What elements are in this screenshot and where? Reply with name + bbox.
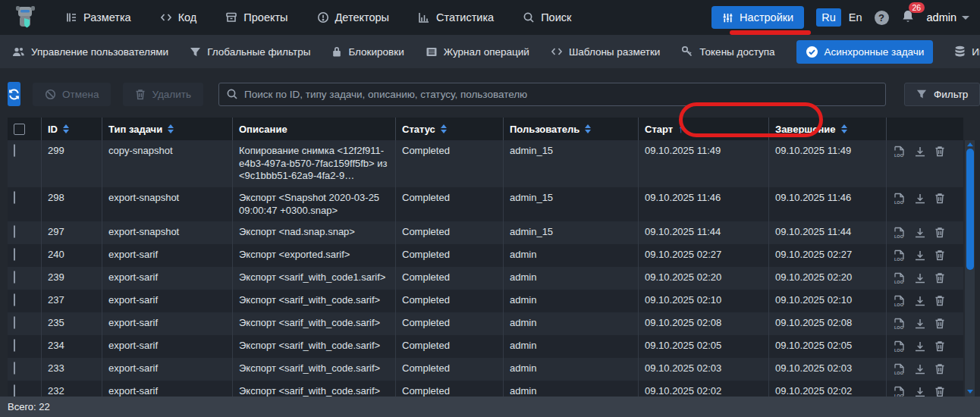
row-checkbox[interactable] [14,339,15,352]
row-checkbox[interactable] [14,225,15,238]
subnav-item-global-filters[interactable]: Глобальные фильтры [190,46,310,58]
cell-select[interactable] [8,267,42,290]
subnav-item-markup-templates[interactable]: Шаблоны разметки [551,45,660,58]
settings-button[interactable]: Настройки [711,6,804,29]
view-log-button[interactable]: LOG [893,386,906,397]
delete-row-button[interactable] [934,318,945,329]
table-row[interactable]: 297 export-snapshot Экспорт <nad.snap.sn… [8,221,963,244]
download-button[interactable] [914,249,926,262]
delete-row-button[interactable] [934,146,945,157]
sort-icon[interactable] [63,124,69,133]
scroll-up-icon[interactable] [967,143,973,146]
download-button[interactable] [914,227,926,239]
table-row[interactable]: 233 export-sarif Экспорт <sarif_with_cod… [8,358,963,381]
table-row[interactable]: 235 export-sarif Экспорт <sarif_with_cod… [8,312,963,335]
view-log-button[interactable]: LOG [893,146,906,158]
download-button[interactable] [914,193,926,205]
row-checkbox[interactable] [14,191,15,204]
header-start[interactable]: Старт↑ [639,118,769,140]
download-button[interactable] [914,272,926,284]
cell-select[interactable] [8,244,42,267]
subnav-item-locks[interactable]: Блокировки [331,45,404,58]
scrollbar-thumb[interactable] [966,149,974,270]
header-select-all[interactable] [8,118,42,140]
header-user[interactable]: Пользователь [504,118,639,140]
table-row[interactable]: 237 export-sarif Экспорт <sarif_with_cod… [8,290,963,312]
delete-row-button[interactable] [934,386,945,397]
download-button[interactable] [914,340,926,353]
table-row[interactable]: 240 export-sarif Экспорт <exported.sarif… [8,244,963,267]
sort-icon[interactable] [441,124,447,133]
cell-select[interactable] [8,221,42,244]
row-checkbox[interactable] [14,271,15,284]
subnav-item-operations-log[interactable]: Журнал операций [426,46,529,58]
vertical-scrollbar[interactable] [965,140,975,397]
view-log-button[interactable]: LOG [893,227,906,240]
search-input[interactable] [244,89,878,100]
view-log-button[interactable]: LOG [893,318,906,331]
sort-icon[interactable] [585,124,591,133]
header-finish[interactable]: Завершение [769,118,887,140]
download-button[interactable] [914,318,926,330]
download-button[interactable] [914,386,926,397]
delete-task-button[interactable]: Удалить [123,83,203,106]
row-checkbox[interactable] [14,248,15,261]
view-log-button[interactable]: LOG [893,295,906,308]
table-row[interactable]: 299 copy-snapshot Копирование снимка <12… [8,140,963,187]
notifications-button[interactable]: 26 [901,9,915,27]
row-checkbox[interactable] [14,316,15,329]
view-log-button[interactable]: LOG [893,340,906,353]
table-row[interactable]: 232 export-sarif Экспорт <sarif_with_cod… [8,381,963,397]
header-id[interactable]: ID [42,118,102,140]
user-menu[interactable]: admin [927,11,970,24]
row-checkbox[interactable] [14,144,15,157]
cell-select[interactable] [8,290,42,312]
view-log-button[interactable]: LOG [893,363,906,376]
nav-item-detektory[interactable]: Детекторы [317,11,389,24]
nav-item-statistika[interactable]: Статистика [418,11,494,24]
table-row[interactable]: 239 export-sarif Экспорт <sarif_with_cod… [8,267,963,290]
subnav-item-server-info[interactable]: Информация о сервере [954,45,980,58]
lang-en-button[interactable]: En [849,11,862,24]
nav-item-poisk[interactable]: Поиск [523,11,571,24]
help-icon[interactable]: ? [875,11,889,25]
nav-item-razmetka[interactable]: Разметка [65,11,131,24]
filter-button[interactable]: Фильтр [904,83,980,106]
subnav-item-async-tasks[interactable]: Асинхронные задачи [796,40,934,64]
sort-icon[interactable] [168,124,174,133]
view-log-button[interactable]: LOG [893,249,906,262]
delete-row-button[interactable] [934,340,945,352]
download-button[interactable] [914,363,926,375]
row-checkbox[interactable] [14,293,15,306]
delete-row-button[interactable] [934,363,945,375]
task-search[interactable] [218,83,886,106]
cell-select[interactable] [8,140,42,187]
cancel-task-button[interactable]: Отмена [33,83,111,106]
subnav-item-users[interactable]: Управление пользователями [12,46,168,58]
delete-row-button[interactable] [934,249,945,261]
table-row[interactable]: 298 export-snapshot Экспорт <Snapshot 20… [8,187,963,221]
app-logo-icon[interactable] [11,2,41,33]
view-log-button[interactable]: LOG [893,193,906,205]
select-all-checkbox[interactable] [14,124,25,135]
cell-select[interactable] [8,358,42,381]
delete-row-button[interactable] [934,272,945,284]
lang-ru-button[interactable]: Ru [816,8,841,27]
scroll-down-icon[interactable] [967,390,973,393]
refresh-button[interactable] [8,82,20,106]
nav-item-kod[interactable]: Код [160,11,197,24]
header-type[interactable]: Тип задачи [102,118,233,140]
delete-row-button[interactable] [934,295,945,306]
sort-icon[interactable] [841,124,847,133]
cell-select[interactable] [8,187,42,221]
download-button[interactable] [914,295,926,307]
subnav-item-access-tokens[interactable]: Токены доступа [681,45,774,58]
cell-select[interactable] [8,312,42,335]
table-row[interactable]: 234 export-sarif Экспорт <sarif_with_cod… [8,335,963,358]
nav-item-proekty[interactable]: Проекты [225,11,287,24]
view-log-button[interactable]: LOG [893,272,906,285]
delete-row-button[interactable] [934,193,945,204]
row-checkbox[interactable] [14,384,15,397]
cell-select[interactable] [8,335,42,358]
header-status[interactable]: Статус [396,118,504,140]
